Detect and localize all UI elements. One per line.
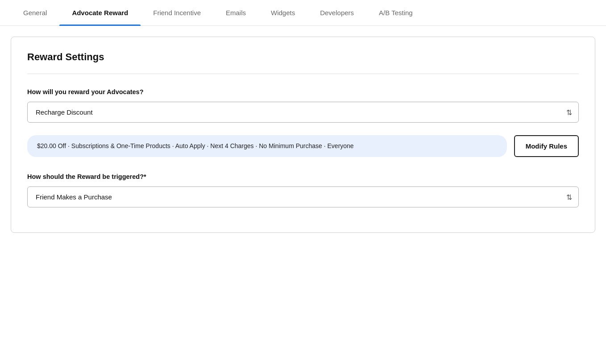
trigger-question-label: How should the Reward be triggered?* <box>27 173 579 180</box>
reward-type-value[interactable]: Recharge Discount <box>28 102 578 122</box>
reward-info-row: $20.00 Off · Subscriptions & One-Time Pr… <box>27 135 579 157</box>
reward-settings-card: Reward Settings How will you reward your… <box>11 37 595 233</box>
trigger-value[interactable]: Friend Makes a Purchase <box>28 187 578 207</box>
reward-type-select[interactable]: Recharge Discount ⇅ <box>27 102 579 123</box>
reward-info-box: $20.00 Off · Subscriptions & One-Time Pr… <box>27 135 507 157</box>
tab-general[interactable]: General <box>11 0 59 25</box>
modify-rules-button[interactable]: Modify Rules <box>514 135 579 157</box>
trigger-select[interactable]: Friend Makes a Purchase ⇅ <box>27 186 579 207</box>
tab-advocate-reward[interactable]: Advocate Reward <box>59 0 141 25</box>
trigger-section: How should the Reward be triggered?* Fri… <box>27 173 579 207</box>
card-divider <box>27 74 579 74</box>
reward-type-section: How will you reward your Advocates? Rech… <box>27 88 579 123</box>
tab-friend-incentive[interactable]: Friend Incentive <box>141 0 213 25</box>
card-title: Reward Settings <box>27 51 579 63</box>
tab-widgets[interactable]: Widgets <box>258 0 307 25</box>
tab-developers[interactable]: Developers <box>307 0 366 25</box>
main-content: Reward Settings How will you reward your… <box>0 26 606 244</box>
tab-ab-testing[interactable]: A/B Testing <box>366 0 425 25</box>
tab-navigation: GeneralAdvocate RewardFriend IncentiveEm… <box>0 0 606 26</box>
tab-emails[interactable]: Emails <box>213 0 258 25</box>
reward-question-label: How will you reward your Advocates? <box>27 88 579 95</box>
